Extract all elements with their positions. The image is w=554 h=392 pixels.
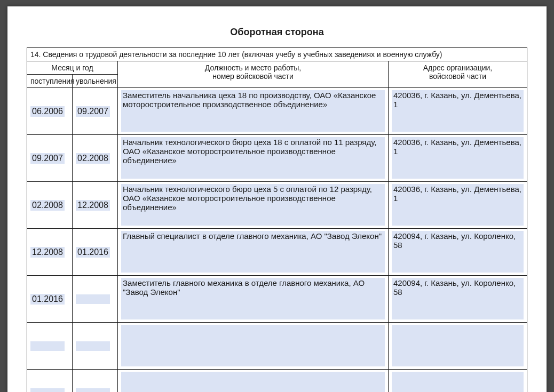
job-field[interactable] bbox=[121, 372, 385, 392]
header-address: Адрес организации, войсковой части bbox=[388, 61, 527, 88]
address-field[interactable]: 420036, г. Казань, ул. Дементьева, 1 bbox=[392, 90, 524, 132]
start-date-cell: 12.2008 bbox=[27, 229, 73, 276]
job-cell: Заместитель главного механика в отделе г… bbox=[118, 276, 389, 323]
start-date-field[interactable] bbox=[30, 341, 65, 351]
job-cell: Главный специалист в отделе главного мех… bbox=[118, 229, 389, 276]
address-cell: 420094, г. Казань, ул. Короленко, 58 bbox=[388, 229, 527, 276]
start-date-field[interactable]: 09.2007 bbox=[30, 153, 65, 164]
end-date-cell bbox=[73, 370, 118, 393]
address-cell: 420036, г. Казань, ул. Дементьева, 1 bbox=[388, 88, 527, 135]
job-field[interactable]: Начальник технологического бюро цеха 18 … bbox=[121, 137, 385, 179]
table-row: 12.200801.2016Главный специалист в отдел… bbox=[27, 229, 527, 276]
job-cell bbox=[118, 370, 389, 393]
end-date-field[interactable]: 12.2008 bbox=[76, 200, 110, 211]
job-field[interactable]: Заместитель главного механика в отделе г… bbox=[121, 278, 385, 319]
address-field[interactable]: 420036, г. Казань, ул. Дементьева, 1 bbox=[392, 137, 524, 179]
job-cell: Начальник технологического бюро цеха 5 с… bbox=[118, 182, 389, 229]
table-row bbox=[27, 323, 527, 370]
pdf-viewer-frame: Оборотная сторона 14. Сведения о трудово… bbox=[0, 0, 554, 392]
start-date-cell: 01.2016 bbox=[27, 276, 73, 323]
employment-history-table: 14. Сведения о трудовой деятельности за … bbox=[27, 47, 527, 392]
job-cell: Начальник технологического бюро цеха 18 … bbox=[118, 135, 389, 182]
end-date-field[interactable] bbox=[76, 388, 110, 393]
job-field[interactable] bbox=[121, 325, 385, 366]
table-row: 06.200609.2007Заместитель начальника цех… bbox=[27, 88, 527, 135]
header-addr-line2: войсковой части bbox=[429, 72, 486, 81]
start-date-cell bbox=[27, 370, 73, 393]
job-cell bbox=[118, 323, 389, 370]
address-field[interactable]: 420094, г. Казань, ул. Короленко, 58 bbox=[392, 231, 524, 273]
address-cell: 420094, г. Казань, ул. Короленко, 58 bbox=[388, 276, 527, 323]
end-date-cell bbox=[73, 276, 118, 323]
end-date-field[interactable]: 09.2007 bbox=[76, 106, 110, 117]
start-date-field[interactable] bbox=[30, 388, 65, 393]
page-title: Оборотная сторона bbox=[27, 27, 527, 38]
end-date-cell: 01.2016 bbox=[73, 229, 118, 276]
start-date-cell: 06.2006 bbox=[27, 88, 73, 135]
start-date-field[interactable]: 01.2016 bbox=[30, 294, 65, 305]
start-date-cell: 02.2008 bbox=[27, 182, 73, 229]
end-date-cell: 12.2008 bbox=[73, 182, 118, 229]
header-addr-line1: Адрес организации, bbox=[423, 63, 492, 72]
address-field[interactable] bbox=[392, 325, 524, 366]
end-date-cell: 02.2008 bbox=[73, 135, 118, 182]
header-row-1: Месяц и год Должность и место работы, но… bbox=[27, 61, 527, 75]
start-date-field[interactable]: 12.2008 bbox=[30, 247, 65, 258]
header-job-line1: Должность и место работы, bbox=[205, 63, 301, 72]
header-job-line2: номер войсковой части bbox=[212, 72, 294, 81]
document-page: Оборотная сторона 14. Сведения о трудово… bbox=[7, 6, 547, 392]
job-cell: Заместитель начальника цеха 18 по произв… bbox=[118, 88, 389, 135]
section-header-row: 14. Сведения о трудовой деятельности за … bbox=[27, 48, 527, 61]
job-field[interactable]: Заместитель начальника цеха 18 по произв… bbox=[121, 90, 385, 132]
table-row: 02.200812.2008Начальник технологического… bbox=[27, 182, 527, 229]
address-field[interactable]: 420036, г. Казань, ул. Дементьева, 1 bbox=[392, 184, 524, 226]
address-field[interactable] bbox=[392, 372, 524, 392]
end-date-cell bbox=[73, 323, 118, 370]
start-date-field[interactable]: 06.2006 bbox=[30, 106, 65, 117]
end-date-field[interactable]: 01.2016 bbox=[76, 247, 110, 258]
address-field[interactable]: 420094, г. Казань, ул. Короленко, 58 bbox=[392, 278, 524, 319]
address-cell bbox=[388, 370, 527, 393]
end-date-field[interactable] bbox=[76, 341, 110, 351]
header-start: поступления bbox=[27, 75, 73, 88]
start-date-cell: 09.2007 bbox=[27, 135, 73, 182]
address-cell: 420036, г. Казань, ул. Дементьева, 1 bbox=[388, 135, 527, 182]
job-field[interactable]: Начальник технологического бюро цеха 5 с… bbox=[121, 184, 385, 226]
table-row bbox=[27, 370, 527, 393]
address-cell: 420036, г. Казань, ул. Дементьева, 1 bbox=[388, 182, 527, 229]
end-date-field[interactable]: 02.2008 bbox=[76, 153, 110, 164]
end-date-field[interactable] bbox=[76, 294, 110, 304]
section-title: 14. Сведения о трудовой деятельности за … bbox=[27, 48, 527, 61]
start-date-cell bbox=[27, 323, 73, 370]
table-row: 01.2016Заместитель главного механика в о… bbox=[27, 276, 527, 323]
address-cell bbox=[388, 323, 527, 370]
header-end: увольнения bbox=[73, 75, 118, 88]
header-month-year: Месяц и год bbox=[27, 61, 118, 75]
header-job: Должность и место работы, номер войсково… bbox=[118, 61, 389, 88]
job-field[interactable]: Главный специалист в отделе главного мех… bbox=[121, 231, 385, 273]
end-date-cell: 09.2007 bbox=[73, 88, 118, 135]
start-date-field[interactable]: 02.2008 bbox=[30, 200, 65, 211]
table-row: 09.200702.2008Начальник технологического… bbox=[27, 135, 527, 182]
